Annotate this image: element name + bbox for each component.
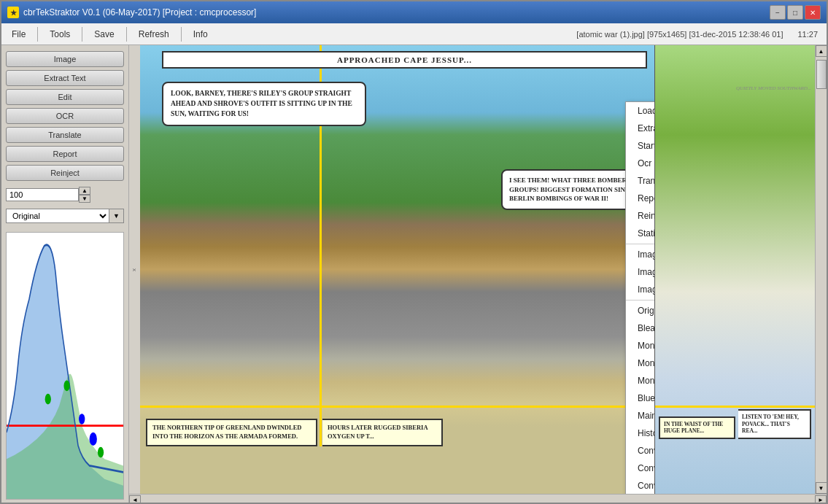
ctx-item-blueprint[interactable]: Blueprint [626, 389, 654, 407]
margin-text: x [131, 268, 138, 271]
ctx-item-mainframe[interactable]: Mainframe [626, 407, 654, 424]
scroll-down-button[interactable]: ▼ [816, 482, 827, 494]
spinner-down-button[interactable]: ▼ [79, 195, 90, 203]
zoom-spinner-row: ▲ ▼ [6, 187, 124, 203]
zoom-input[interactable] [6, 188, 79, 201]
scroll-track [141, 495, 815, 505]
ctx-item-monochrome-otsu[interactable]: Monochrome otsu [626, 337, 654, 354]
extract-text-button[interactable]: Extract Text [6, 70, 124, 86]
title-bar-left: ★ cbrTekStraktor V0.1 (06-May-2017) [Pro… [7, 7, 256, 18]
right-speech: LISTEN TO 'EM! HEY, POVACK... THAT'S REA… [738, 409, 811, 439]
ctx-item-convolution-sharpen[interactable]: Convolution sharpen [626, 477, 654, 494]
main-image-area: APPROACHED CAPE JESSUP... LOOK, BARNEY, … [140, 45, 654, 494]
menu-bar: File Tools Save Refresh Info [atomic war… [1, 23, 827, 45]
reinject-button[interactable]: Reinject [6, 165, 124, 181]
right-text-label: QUIETLY MOVED SOUTHWARD... [736, 85, 811, 91]
ctx-item-statistics[interactable]: Statistics [626, 225, 654, 242]
context-menu: Load imageExtract textStart editOcrTrans… [625, 101, 654, 494]
spinner-buttons: ▲ ▼ [79, 187, 90, 203]
comic-caption-2: HOURS LATER RUGGED SIBERIA OXYGEN UP T..… [322, 419, 443, 446]
report-button[interactable]: Report [6, 146, 124, 162]
ctx-separator-8 [626, 244, 654, 244]
svg-point-5 [90, 433, 97, 446]
ctx-item-report[interactable]: Report [626, 190, 654, 207]
left-margin: x [129, 45, 140, 494]
panel-divider-h [140, 406, 654, 408]
window-title: cbrTekStraktor V0.1 (06-May-2017) [Proje… [23, 7, 256, 18]
ctx-item-convolution-edge[interactable]: Convolution edge [626, 460, 654, 477]
ctx-separator-12 [626, 300, 654, 301]
svg-point-4 [79, 414, 85, 424]
minimize-button[interactable]: − [770, 5, 786, 20]
app-window: ★ cbrTekStraktor V0.1 (06-May-2017) [Pro… [0, 0, 828, 504]
ctx-item-histogram-equalisation[interactable]: Histogram equalisation [626, 424, 654, 442]
ocr-button[interactable]: OCR [6, 108, 124, 124]
maximize-button[interactable]: □ [787, 5, 803, 20]
comic-bubble-2: I SEE THEM! WHAT THREE BOMBER GROUPS! BI… [501, 169, 643, 210]
ctx-item-image-refresh[interactable]: Image refresh [626, 246, 654, 263]
clock-display: 11:27 [797, 30, 818, 39]
svg-point-3 [63, 381, 69, 392]
window-controls: − □ ✕ [770, 5, 821, 20]
ctx-item-original[interactable]: Original [626, 302, 654, 319]
ctx-item-monochrome-sauvola[interactable]: Monochrome sauvola [626, 372, 654, 389]
bottom-scrollbar[interactable]: ◄ ► [129, 494, 827, 504]
scroll-right-button[interactable]: ► [815, 495, 827, 505]
menu-save[interactable]: Save [84, 23, 124, 44]
app-icon: ★ [7, 7, 19, 18]
svg-point-2 [45, 394, 51, 405]
image-button[interactable]: Image [6, 51, 124, 67]
menu-separator-1 [37, 27, 38, 42]
ctx-item-convolution-glow[interactable]: Convolution glow [626, 442, 654, 460]
view-dropdown-row: Original Bleached Monochrome otsu ▼ [6, 209, 124, 223]
right-image-strip: QUIETLY MOVED SOUTHWARD... IN THE WAIST … [654, 45, 815, 494]
translate-button[interactable]: Translate [6, 127, 124, 143]
ctx-item-load-image[interactable]: Load image [626, 102, 654, 120]
right-scrollbar[interactable]: ▲ ▼ [815, 45, 827, 494]
svg-point-6 [98, 447, 104, 458]
graph-area [6, 232, 124, 500]
ctx-item-ocr[interactable]: Ocr [626, 155, 654, 172]
ctx-item-translate[interactable]: Translate [626, 172, 654, 190]
content-area: Image Extract Text Edit OCR Translate Re… [1, 45, 827, 504]
title-bar: ★ cbrTekStraktor V0.1 (06-May-2017) [Pro… [1, 1, 827, 23]
close-button[interactable]: ✕ [805, 5, 821, 20]
menu-file[interactable]: File [1, 23, 36, 44]
ctx-item-monochrome-niblak[interactable]: Monochrome niblak [626, 354, 654, 372]
scroll-up-button[interactable]: ▲ [816, 45, 827, 57]
ctx-item-image-save[interactable]: Image save [626, 263, 654, 281]
file-info: [atomic war (1).jpg] [975x1465] [31-dec-… [576, 30, 783, 39]
menu-separator-4 [181, 27, 182, 42]
edit-button[interactable]: Edit [6, 89, 124, 105]
scroll-thumb[interactable] [816, 60, 827, 89]
menu-separator-3 [126, 27, 127, 42]
right-caption: IN THE WAIST OF THE HUGE PLANE... [659, 416, 735, 440]
image-and-scroll: x APPROACHED CAPE JESSUP... LOOK, BARNEY… [129, 45, 827, 504]
comic-caption-1: THE NORTHERN TIP OF GREENLAND DWINDLED I… [146, 419, 317, 446]
scroll-left-button[interactable]: ◄ [129, 495, 141, 505]
comic-top-banner: APPROACHED CAPE JESSUP... [162, 51, 647, 69]
ctx-item-reinject[interactable]: Reinject [626, 207, 654, 225]
dropdown-arrow-icon[interactable]: ▼ [109, 209, 124, 223]
ctx-item-image-info[interactable]: Image info [626, 281, 654, 298]
right-panel-divider [655, 406, 815, 408]
menu-tools[interactable]: Tools [39, 23, 80, 44]
ctx-item-bleached[interactable]: Bleached [626, 319, 654, 337]
ctx-item-start-edit[interactable]: Start edit [626, 137, 654, 155]
left-sidebar: Image Extract Text Edit OCR Translate Re… [1, 45, 129, 504]
comic-bubble-1: LOOK, BARNEY, THERE'S RILEY'S GROUP STRA… [162, 82, 366, 126]
menu-bar-right: [atomic war (1).jpg] [975x1465] [31-dec-… [576, 30, 827, 39]
menu-info[interactable]: Info [183, 23, 218, 44]
menu-refresh[interactable]: Refresh [128, 23, 179, 44]
image-row: x APPROACHED CAPE JESSUP... LOOK, BARNEY… [129, 45, 827, 494]
ctx-item-extract-text[interactable]: Extract text [626, 120, 654, 137]
menu-separator-2 [82, 27, 82, 42]
spinner-up-button[interactable]: ▲ [79, 187, 90, 195]
view-dropdown[interactable]: Original Bleached Monochrome otsu [6, 209, 109, 223]
